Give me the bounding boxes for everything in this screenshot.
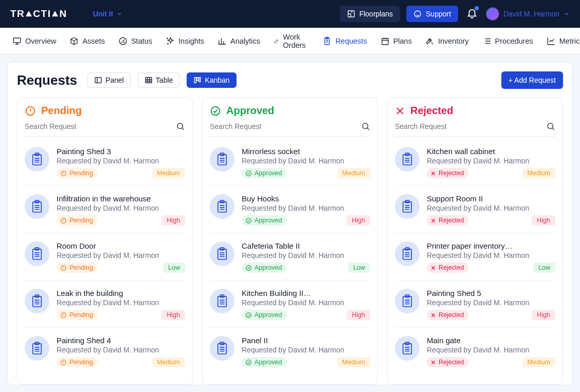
request-badges: ApprovedHigh — [242, 310, 370, 320]
clipboard-icon — [25, 336, 49, 361]
clipboard-icon — [210, 289, 234, 313]
request-card[interactable]: Leak in the buildingRequested by David M… — [25, 281, 185, 328]
request-card[interactable]: Painting Shed 4Requested by David M. Har… — [25, 328, 185, 375]
status-badge: Pending — [57, 357, 98, 367]
tab-label: Overview — [25, 37, 56, 45]
unit-selector[interactable]: Unit II — [93, 10, 122, 18]
svg-rect-10 — [197, 78, 198, 81]
gauge-icon — [118, 36, 128, 46]
view-table-button[interactable]: Table — [138, 72, 179, 88]
request-card[interactable]: Cafeteria Table IIRequested by David M. … — [210, 233, 370, 281]
priority-badge: High — [532, 215, 555, 226]
request-badges: PendingMedium — [57, 168, 185, 178]
request-title: Support Room II — [427, 194, 555, 203]
request-title: Printer paper inventory… — [427, 241, 555, 250]
request-card[interactable]: Buy HooksRequested by David M. HarmonApp… — [210, 186, 370, 233]
priority-badge: High — [161, 215, 185, 226]
request-card[interactable]: Kitchen wall cabinetRequested by David M… — [395, 139, 555, 186]
list-icon — [482, 36, 492, 46]
tab-label: Procedures — [495, 37, 533, 45]
request-badges: RejectedMedium — [427, 168, 555, 178]
request-badges: RejectedHigh — [427, 215, 555, 226]
request-title: Painting Shed 4 — [57, 336, 185, 345]
tab-metrics[interactable]: Metrics — [547, 33, 580, 49]
request-subtitle: Requested by David M. Harmon — [242, 346, 370, 354]
request-card[interactable]: Panel IIRequested by David M. HarmonAppr… — [210, 328, 370, 375]
request-card[interactable]: Room DoorRequested by David M. HarmonPen… — [25, 233, 185, 281]
svg-rect-17 — [33, 202, 42, 212]
list-pending[interactable]: Painting Shed 3Requested by David M. Har… — [25, 139, 185, 384]
clipboard-icon — [395, 241, 420, 266]
tab-work-orders[interactable]: Work Orders — [274, 30, 309, 52]
request-card[interactable]: Printer paper inventory…Requested by Dav… — [395, 233, 555, 281]
request-card[interactable]: Kitchen Building II…Requested by David M… — [210, 281, 370, 328]
request-card[interactable]: Main gateRequested by David M. HarmonRej… — [395, 328, 555, 375]
tab-procedures[interactable]: Procedures — [482, 33, 533, 49]
notification-dot-icon — [475, 6, 479, 10]
tab-requests[interactable]: Requests — [322, 33, 367, 49]
avatar — [486, 7, 499, 21]
tab-label: Analytics — [230, 37, 260, 45]
request-body: Main gateRequested by David M. HarmonRej… — [427, 336, 555, 367]
request-subtitle: Requested by David M. Harmon — [57, 204, 185, 212]
clipboard-icon — [395, 194, 420, 219]
request-subtitle: Requested by David M. Harmon — [57, 346, 185, 354]
request-card[interactable]: Painting Shed 3Requested by David M. Har… — [25, 139, 185, 186]
svg-rect-37 — [218, 249, 227, 259]
svg-rect-7 — [95, 78, 101, 83]
clipboard-icon — [395, 336, 420, 361]
request-card[interactable]: Support Room IIRequested by David M. Har… — [395, 186, 555, 233]
tab-plans[interactable]: Plans — [380, 33, 412, 49]
view-kanban-button[interactable]: Kanban — [187, 72, 236, 88]
user-menu[interactable]: David M. Harmon — [486, 7, 570, 21]
tab-inventory[interactable]: Inventory — [425, 33, 469, 49]
clipboard-icon — [322, 36, 332, 46]
request-badges: ApprovedHigh — [242, 215, 370, 226]
notifications-button[interactable] — [464, 5, 480, 23]
request-subtitle: Requested by David M. Harmon — [427, 346, 555, 354]
calendar-icon — [380, 36, 390, 46]
request-card[interactable]: Painting Shed 5Requested by David M. Har… — [395, 281, 555, 328]
status-badge: Approved — [242, 263, 287, 273]
check-circle-icon — [210, 105, 221, 117]
tab-label: Plans — [393, 37, 412, 45]
svg-rect-2 — [13, 38, 21, 43]
clipboard-icon — [395, 289, 420, 313]
request-body: Kitchen wall cabinetRequested by David M… — [427, 147, 555, 178]
search-input-pending[interactable] — [25, 122, 176, 130]
svg-rect-53 — [403, 296, 412, 307]
status-badge: Rejected — [427, 357, 468, 367]
search-input-approved[interactable] — [210, 122, 361, 130]
floorplans-button[interactable]: Floorplans — [340, 6, 400, 22]
svg-rect-31 — [218, 155, 227, 165]
request-body: Panel IIRequested by David M. HarmonAppr… — [242, 336, 370, 367]
request-body: Room DoorRequested by David M. HarmonPen… — [57, 241, 185, 273]
priority-badge: Low — [163, 263, 185, 273]
tab-label: Metrics — [559, 37, 580, 45]
add-request-label: + Add Request — [509, 76, 556, 84]
tab-assets[interactable]: Assets — [69, 33, 105, 49]
support-button[interactable]: Support — [406, 6, 458, 22]
request-card[interactable]: Infiltration in the warehouseRequested b… — [25, 186, 185, 233]
search-icon — [546, 122, 555, 131]
request-card[interactable]: Mirrorless socketRequested by David M. H… — [210, 139, 370, 186]
request-title: Cafeteria Table II — [242, 241, 370, 250]
tab-insights[interactable]: Insights — [166, 33, 204, 49]
priority-badge: Medium — [337, 357, 370, 367]
brand-logo: TRCTIN — [10, 8, 67, 20]
view-panel-button[interactable]: Panel — [87, 72, 131, 88]
svg-rect-49 — [403, 202, 412, 212]
requests-card: Requests Panel Table Kanban + Add Reques… — [7, 62, 573, 385]
add-request-button[interactable]: + Add Request — [501, 71, 563, 89]
list-approved[interactable]: Mirrorless socketRequested by David M. H… — [210, 139, 370, 384]
view-kanban-label: Kanban — [205, 76, 229, 84]
svg-rect-55 — [403, 344, 412, 354]
tab-analytics[interactable]: Analytics — [218, 33, 260, 49]
status-badge: Pending — [57, 168, 98, 178]
tab-status[interactable]: Status — [118, 33, 152, 49]
request-title: Main gate — [427, 336, 555, 345]
search-input-rejected[interactable] — [395, 122, 546, 130]
search-icon — [176, 122, 185, 131]
list-rejected[interactable]: Kitchen wall cabinetRequested by David M… — [395, 139, 555, 384]
tab-overview[interactable]: Overview — [12, 33, 56, 49]
